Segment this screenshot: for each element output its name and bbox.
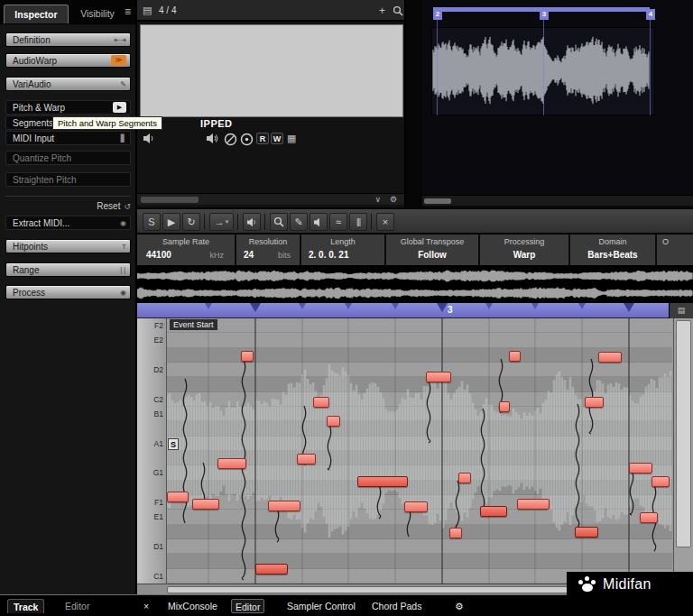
autoscroll-button[interactable]: → ▾ <box>209 213 234 231</box>
vertical-scroll-thumb[interactable] <box>676 320 691 547</box>
collapse-icon[interactable]: ∨ <box>374 195 381 204</box>
pitch-segment[interactable] <box>458 473 471 483</box>
info-domain[interactable]: Domain Bars+Beats <box>570 234 657 265</box>
overview-marker[interactable]: 4 <box>646 9 655 20</box>
solo-button[interactable]: S <box>143 213 161 231</box>
zoom-icon[interactable] <box>393 5 403 16</box>
segments-tool-button[interactable]: ||| <box>349 213 367 231</box>
info-resolution[interactable]: Resolution 24 bits <box>236 234 301 265</box>
pitch-segment[interactable] <box>313 397 329 408</box>
extract-midi-button[interactable]: Extract MIDI... ◉ <box>5 216 131 230</box>
pitch-segment[interactable] <box>268 501 300 511</box>
draw-tool-button[interactable]: ✎ <box>290 213 308 231</box>
overview-marker[interactable]: 3 <box>540 9 549 20</box>
info-processing[interactable]: Processing Warp <box>480 234 570 265</box>
record-button[interactable]: R <box>256 133 269 144</box>
acoustic-feedback-button[interactable] <box>243 213 261 231</box>
pitch-segment[interactable] <box>241 351 254 362</box>
cross-tool-button[interactable]: × <box>376 213 394 231</box>
monitor-speaker-icon[interactable] <box>143 133 156 144</box>
warp-tool-button[interactable]: ≈ <box>329 213 347 231</box>
pitch-segment[interactable] <box>449 528 462 538</box>
pitch-segment[interactable] <box>404 501 428 512</box>
inspector-section-hitpoints[interactable]: Hitpoints T <box>5 239 131 253</box>
info-value: 44100 <box>146 250 171 260</box>
pitch-segment[interactable] <box>585 397 604 408</box>
zoom-tool-button[interactable] <box>270 213 288 231</box>
player-scroll-thumb[interactable] <box>141 197 199 203</box>
play-button[interactable]: ▶ <box>162 213 180 231</box>
play-tool-button[interactable] <box>310 213 328 231</box>
overview-marker[interactable]: 2 <box>433 9 442 20</box>
vertical-scrollbar[interactable] <box>673 318 693 584</box>
tab-editor[interactable]: Editor <box>231 599 264 613</box>
ruler-corner-widget[interactable]: ▤ <box>669 303 693 318</box>
tab-mixconsole[interactable]: MixConsole <box>164 599 221 613</box>
toolbar-separator <box>204 214 205 230</box>
pitch-segment[interactable] <box>499 401 510 412</box>
info-unit: bits <box>278 251 291 260</box>
pitch-segment[interactable] <box>192 499 219 510</box>
reset-button[interactable]: Reset ↺ <box>5 200 131 212</box>
pitch-segment[interactable] <box>575 527 598 538</box>
pitch-warp-tool-icon[interactable]: ▶ <box>113 102 126 113</box>
inspector-section-process[interactable]: Process ◉ <box>5 285 131 299</box>
panel-menu-icon[interactable]: ≡ <box>125 5 131 18</box>
info-length[interactable]: Length 2. 0. 0. 21 <box>301 234 386 265</box>
straighten-pitch-button[interactable]: Straighten Pitch <box>5 172 131 187</box>
audio-overview-strip[interactable] <box>137 267 693 303</box>
pitch-segment[interactable] <box>517 499 550 510</box>
overview-scrollbar[interactable] <box>422 195 693 206</box>
pitch-segment[interactable] <box>255 564 288 575</box>
section-label: Extract MIDI... <box>13 218 69 228</box>
pitch-segment[interactable] <box>651 476 670 487</box>
inspector-section-definition[interactable]: Definition ⇤⇥ <box>5 32 131 47</box>
pitch-segment[interactable] <box>217 458 246 469</box>
event-start-flag[interactable]: Event Start <box>169 318 218 331</box>
pitch-segment[interactable] <box>167 492 189 502</box>
tab-chord-pads[interactable]: Chord Pads <box>368 599 425 613</box>
info-sample-rate[interactable]: Sample Rate 44100 kHz <box>137 234 236 265</box>
snap-point-icon[interactable] <box>240 133 254 146</box>
grid-mode-icon[interactable]: ▦ <box>287 133 296 144</box>
pitch-segment[interactable] <box>598 352 622 363</box>
midi-input-button[interactable]: MIDI Input ▋ <box>5 131 131 145</box>
pitch-segment[interactable] <box>629 463 652 473</box>
region-solo-badge[interactable]: S <box>168 438 179 450</box>
editor-ruler[interactable]: 3 <box>137 303 669 318</box>
pitch-segment[interactable] <box>297 454 316 464</box>
pitch-segment[interactable] <box>327 416 340 427</box>
close-icon[interactable]: × <box>140 599 152 613</box>
tab-editor-left[interactable]: Editor <box>60 599 95 613</box>
inspector-section-range[interactable]: Range ∣∣ <box>5 262 131 277</box>
pitch-segment[interactable] <box>640 512 658 523</box>
gear-icon[interactable]: ⚙ <box>451 599 467 613</box>
tab-inspector[interactable]: Inspector <box>4 5 69 23</box>
player-gear-icon[interactable]: ⚙ <box>390 195 397 204</box>
overview-scroll-thumb[interactable] <box>424 198 451 204</box>
player-scrollbar[interactable]: ∨ ⚙ <box>137 193 404 205</box>
pitch-segment[interactable] <box>357 476 408 487</box>
section-label: Hitpoints <box>13 242 48 252</box>
grid-icon[interactable]: ▤ <box>143 5 152 16</box>
quantize-pitch-button[interactable]: Quantize Pitch <box>5 151 131 165</box>
pitch-segment[interactable] <box>480 506 507 517</box>
info-cutoff-column[interactable]: O <box>657 234 693 265</box>
cycle-marker-icon[interactable] <box>224 133 237 146</box>
write-button[interactable]: W <box>271 133 283 144</box>
tab-sampler-control[interactable]: Sampler Control <box>283 599 359 613</box>
pitch-segment[interactable] <box>426 372 451 382</box>
loop-button[interactable]: ↻ <box>182 213 200 231</box>
project-overview-panel: 234 <box>422 0 693 207</box>
info-header: Processing <box>480 237 568 246</box>
audition-speaker-icon[interactable] <box>206 133 219 144</box>
pitch-segment[interactable] <box>509 351 521 362</box>
tab-track[interactable]: Track <box>7 599 44 613</box>
inspector-section-audiowarp[interactable]: AudioWarp ≫ <box>5 53 131 68</box>
pitch-and-warp-button[interactable]: Pitch & Warp ▶ <box>5 100 131 115</box>
editor-canvas[interactable] <box>167 318 672 584</box>
add-icon[interactable]: + <box>379 5 385 17</box>
inspector-section-variaudio[interactable]: VariAudio ✎ <box>5 77 131 91</box>
info-global-transpose[interactable]: Global Transpose Follow <box>386 234 480 265</box>
tab-visibility[interactable]: Visibility <box>71 5 124 23</box>
